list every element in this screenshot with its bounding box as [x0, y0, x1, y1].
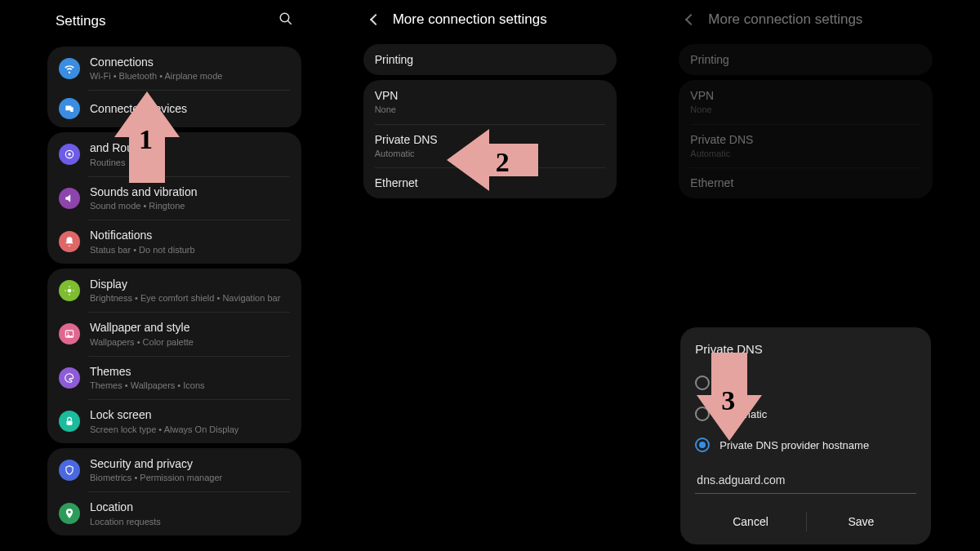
settings-item-location[interactable]: Location Location requests	[47, 491, 301, 535]
lock-icon	[59, 411, 80, 432]
svg-line-1	[287, 20, 292, 24]
settings-item-display[interactable]: Display Brightness • Eye comfort shield …	[47, 269, 301, 312]
sun-icon	[59, 280, 80, 301]
settings-item-modes[interactable]: and Routines Routines	[47, 132, 301, 176]
settings-item-connections[interactable]: Connections Wi-Fi • Bluetooth • Airplane…	[47, 47, 301, 90]
screen-settings: Settings Connections Wi-Fi • Bluetooth •…	[41, 0, 308, 551]
settings-item-lockscreen[interactable]: Lock screen Screen lock type • Always On…	[47, 399, 301, 442]
item-title: Ethernet	[375, 176, 606, 190]
save-button[interactable]: Save	[806, 504, 916, 540]
settings-item-themes[interactable]: Themes Themes • Wallpapers • Icons	[47, 356, 301, 399]
svg-point-5	[68, 153, 71, 156]
search-icon[interactable]	[278, 11, 293, 30]
dialog-buttons: Cancel Save	[695, 504, 916, 540]
modes-icon	[59, 144, 80, 165]
item-sub: Location requests	[90, 516, 290, 527]
settings-item-sounds[interactable]: Sounds and vibration Sound mode • Ringto…	[47, 176, 301, 220]
radio-label: Off	[719, 377, 733, 389]
cancel-button[interactable]: Cancel	[695, 504, 805, 540]
connection-group: VPN None Private DNS Automatic Ethernet	[679, 80, 933, 198]
screen-private-dns-dialog: More connection settings Printing VPN No…	[672, 0, 939, 551]
settings-group: Security and privacy Biometrics • Permis…	[47, 448, 301, 535]
page-title: More connection settings	[708, 11, 862, 28]
header: More connection settings	[672, 0, 939, 39]
item-sub: Wi-Fi • Bluetooth • Airplane mode	[90, 70, 290, 82]
devices-icon	[59, 98, 80, 119]
svg-point-12	[67, 332, 69, 334]
back-icon	[685, 14, 697, 25]
item-title: VPN	[375, 88, 606, 103]
item-printing[interactable]: Printing	[363, 44, 617, 75]
private-dns-dialog: Private DNS Off Automatic Private DNS pr…	[680, 327, 931, 544]
item-title: Notifications	[90, 228, 290, 242]
svg-rect-13	[67, 421, 73, 425]
shield-icon	[59, 460, 80, 481]
item-vpn[interactable]: VPN None	[363, 80, 617, 123]
item-sub: Themes • Wallpapers • Icons	[90, 380, 290, 391]
settings-header: Settings	[41, 0, 308, 42]
item-private-dns: Private DNS Automatic	[679, 124, 933, 167]
picture-icon	[59, 323, 80, 344]
item-title: Private DNS	[375, 132, 606, 147]
item-title: Sounds and vibration	[90, 184, 290, 199]
settings-group: and Routines Routines Sounds and vibrati…	[47, 132, 301, 263]
radio-option-hostname[interactable]: Private DNS provider hostname	[695, 429, 916, 460]
settings-group: Display Brightness • Eye comfort shield …	[47, 269, 301, 443]
item-sub: Biometrics • Permission manager	[90, 472, 290, 483]
connection-group: Printing	[363, 44, 617, 75]
item-title: and Routines	[90, 140, 290, 155]
item-sub: Sound mode • Ringtone	[90, 200, 290, 211]
item-sub: Screen lock type • Always On Display	[90, 424, 290, 435]
item-sub: Routines	[90, 157, 290, 168]
item-sub: Status bar • Do not disturb	[90, 244, 290, 256]
settings-item-security[interactable]: Security and privacy Biometrics • Permis…	[47, 448, 301, 491]
sound-icon	[59, 188, 80, 209]
radio-icon	[695, 375, 710, 390]
radio-option-automatic[interactable]: Automatic	[695, 398, 916, 429]
radio-label: Private DNS provider hostname	[719, 439, 869, 451]
item-title: Connected devices	[90, 101, 290, 116]
svg-rect-3	[70, 108, 74, 113]
page-title: More connection settings	[393, 11, 547, 28]
radio-icon	[695, 438, 710, 452]
item-title: Location	[90, 500, 290, 514]
item-title: Themes	[90, 364, 290, 379]
item-sub: Automatic	[375, 148, 606, 159]
item-sub: None	[375, 104, 606, 115]
settings-item-notifications[interactable]: Notifications Status bar • Do not distur…	[47, 220, 301, 263]
item-sub: Wallpapers • Color palette	[90, 336, 290, 348]
item-ethernet: Ethernet	[679, 167, 933, 198]
pin-icon	[59, 503, 80, 524]
item-vpn: VPN None	[679, 80, 933, 123]
settings-item-connected-devices[interactable]: Connected devices	[47, 90, 301, 127]
item-title: Wallpaper and style	[90, 320, 290, 335]
item-ethernet[interactable]: Ethernet	[363, 167, 617, 198]
page-title: Settings	[56, 13, 105, 29]
screen-more-connection-settings: More connection settings Printing VPN No…	[357, 0, 624, 551]
item-sub: Brightness • Eye comfort shield • Naviga…	[90, 292, 290, 304]
dialog-title: Private DNS	[695, 342, 916, 356]
item-title: Connections	[90, 55, 290, 69]
item-title: Security and privacy	[90, 456, 290, 471]
svg-point-6	[68, 288, 72, 292]
svg-point-0	[280, 13, 289, 22]
bell-icon	[59, 231, 80, 252]
settings-group: Connections Wi-Fi • Bluetooth • Airplane…	[47, 47, 301, 127]
item-title: Lock screen	[90, 407, 290, 422]
hostname-input[interactable]	[695, 465, 916, 494]
item-private-dns[interactable]: Private DNS Automatic	[363, 124, 617, 167]
radio-option-off[interactable]: Off	[695, 367, 916, 398]
radio-label: Automatic	[719, 408, 767, 420]
connection-group: Printing	[679, 44, 933, 75]
palette-icon	[59, 367, 80, 389]
item-title: Display	[90, 277, 290, 291]
connection-group: VPN None Private DNS Automatic Ethernet	[363, 80, 617, 198]
item-printing: Printing	[679, 44, 933, 75]
back-icon[interactable]	[370, 14, 381, 25]
wifi-icon	[59, 58, 80, 79]
radio-icon	[695, 407, 710, 421]
item-title: Printing	[375, 52, 606, 67]
header: More connection settings	[357, 0, 624, 39]
settings-item-wallpaper[interactable]: Wallpaper and style Wallpapers • Color p…	[47, 312, 301, 355]
